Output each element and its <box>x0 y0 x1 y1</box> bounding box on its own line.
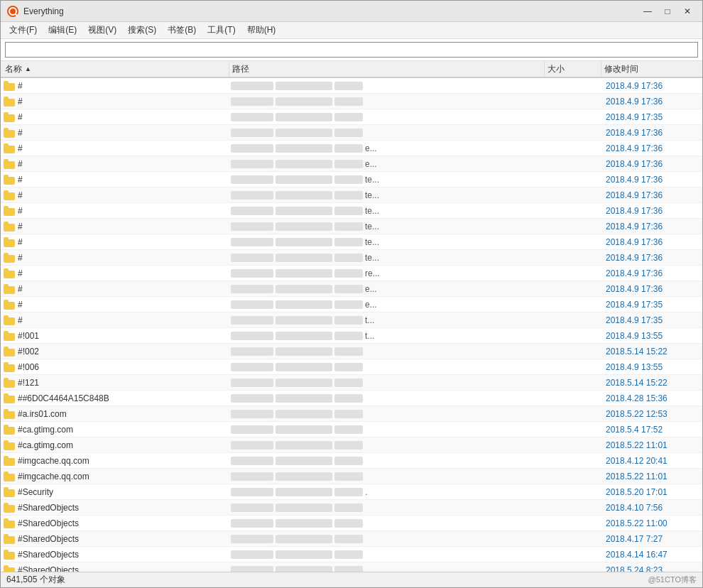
cell-name: #!002 <box>1 344 228 359</box>
file-name: # <box>18 300 23 310</box>
cell-date: 2018.4.9 17:36 <box>603 172 702 187</box>
cell-path <box>228 453 546 468</box>
search-input[interactable] <box>5 42 698 58</box>
table-row[interactable]: #e...2018.4.9 17:36 <box>1 141 702 156</box>
cell-date: 2018.4.9 17:36 <box>603 250 702 265</box>
cell-path <box>228 500 546 515</box>
table-row[interactable]: #e...2018.4.9 17:36 <box>1 281 702 297</box>
svg-line-2 <box>16 14 18 17</box>
table-row[interactable]: #te...2018.4.9 17:36 <box>1 234 702 250</box>
header-path[interactable]: 路径 <box>229 61 545 77</box>
table-row[interactable]: #SharedObjects2018.4.14 16:47 <box>1 547 702 562</box>
minimize-button[interactable]: — <box>638 4 657 18</box>
table-row[interactable]: #re...2018.4.9 17:36 <box>1 266 702 281</box>
cell-name: #SharedObjects <box>1 516 228 530</box>
menu-item[interactable]: 搜索(S) <box>122 22 162 38</box>
header-size[interactable]: 大小 <box>545 61 601 77</box>
table-row[interactable]: #!001t...2018.4.9 13:55 <box>1 328 702 344</box>
cell-path <box>228 562 546 572</box>
table-row[interactable]: #2018.4.9 17:36 <box>1 94 702 109</box>
table-row[interactable]: #2018.4.9 17:35 <box>1 109 702 125</box>
folder-icon <box>4 268 15 278</box>
cell-date: 2018.4.9 17:35 <box>603 297 702 312</box>
menu-item[interactable]: 帮助(H) <box>241 22 282 38</box>
file-name: # <box>18 159 23 169</box>
table-row[interactable]: ##6D0C4464A15C848B2018.4.28 15:36 <box>1 391 702 406</box>
file-name: # <box>18 237 23 247</box>
table-row[interactable]: #ca.gtimg.com2018.5.4 17:52 <box>1 422 702 437</box>
cell-name: # <box>1 297 228 312</box>
cell-name: #Security <box>1 484 228 499</box>
cell-date: 2018.5.14 15:22 <box>603 344 702 359</box>
table-row[interactable]: #t...2018.4.9 17:35 <box>1 312 702 328</box>
menu-item[interactable]: 编辑(E) <box>43 22 82 38</box>
table-row[interactable]: #ca.gtimg.com2018.5.22 11:01 <box>1 437 702 453</box>
table-row[interactable]: #!0062018.4.9 13:55 <box>1 359 702 375</box>
cell-size <box>546 94 603 109</box>
folder-icon <box>4 503 15 513</box>
table-row[interactable]: #SharedObjects2018.5.24 8:23 <box>1 562 702 572</box>
cell-date: 2018.4.9 13:55 <box>603 359 702 374</box>
file-name: # <box>18 206 23 216</box>
folder-icon <box>4 425 15 435</box>
menu-item[interactable]: 工具(T) <box>202 22 241 38</box>
cell-path: . <box>228 484 546 499</box>
cell-date: 2018.5.22 11:01 <box>603 437 702 452</box>
menu-bar: 文件(F)编辑(E)视图(V)搜索(S)书签(B)工具(T)帮助(H) <box>1 22 702 39</box>
file-name: ##6D0C4464A15C848B <box>18 393 109 403</box>
cell-path: te... <box>228 219 546 234</box>
table-row[interactable]: #a.irs01.com2018.5.22 12:53 <box>1 406 702 422</box>
cell-name: # <box>1 94 228 109</box>
cell-path: te... <box>228 203 546 218</box>
folder-icon <box>4 440 15 450</box>
cell-path: e... <box>228 156 546 171</box>
table-row[interactable]: #te...2018.4.9 17:36 <box>1 250 702 266</box>
menu-item[interactable]: 文件(F) <box>4 22 43 38</box>
table-row[interactable]: #SharedObjects2018.4.17 7:27 <box>1 531 702 547</box>
header-name[interactable]: 名称 ▲ <box>2 61 229 77</box>
watermark: @51CTO博客 <box>648 575 697 585</box>
table-row[interactable]: #imgcache.qq.com2018.4.12 20:41 <box>1 453 702 469</box>
window-title: Everything <box>23 6 638 16</box>
folder-icon <box>4 518 15 528</box>
table-row[interactable]: #Security.2018.5.20 17:01 <box>1 484 702 500</box>
folder-icon <box>4 331 15 341</box>
table-row[interactable]: #!1212018.5.14 15:22 <box>1 375 702 391</box>
table-row[interactable]: #te...2018.4.9 17:36 <box>1 219 702 234</box>
cell-size <box>546 562 603 572</box>
table-row[interactable]: #imgcache.qq.com2018.5.22 11:01 <box>1 469 702 484</box>
file-name: # <box>18 143 23 153</box>
table-row[interactable]: #te...2018.4.9 17:36 <box>1 187 702 203</box>
table-row[interactable]: #!0022018.5.14 15:22 <box>1 344 702 359</box>
cell-size <box>546 406 603 421</box>
cell-path <box>228 437 546 452</box>
table-row[interactable]: #2018.4.9 17:36 <box>1 78 702 94</box>
table-row[interactable]: #SharedObjects2018.5.22 11:00 <box>1 516 702 531</box>
menu-item[interactable]: 视图(V) <box>82 22 122 38</box>
table-row[interactable]: #te...2018.4.9 17:36 <box>1 172 702 187</box>
table-row[interactable]: #2018.4.9 17:36 <box>1 125 702 141</box>
table-row[interactable]: #e...2018.4.9 17:36 <box>1 156 702 172</box>
table-row[interactable]: #SharedObjects2018.4.10 7:56 <box>1 500 702 516</box>
cell-path <box>228 406 546 421</box>
cell-name: # <box>1 187 228 202</box>
header-date[interactable]: 修改时间 <box>601 61 701 77</box>
cell-name: # <box>1 78 228 93</box>
app-icon <box>6 5 19 18</box>
maximize-button[interactable]: □ <box>658 4 677 18</box>
close-button[interactable]: ✕ <box>678 4 697 18</box>
menu-item[interactable]: 书签(B) <box>162 22 202 38</box>
cell-path <box>228 359 546 374</box>
file-list[interactable]: #2018.4.9 17:36#2018.4.9 17:36#2018.4.9 … <box>1 78 702 572</box>
folder-icon <box>4 190 15 200</box>
cell-size <box>546 375 603 390</box>
main-window: Everything — □ ✕ 文件(F)编辑(E)视图(V)搜索(S)书签(… <box>0 0 703 588</box>
cell-date: 2018.4.9 17:36 <box>603 281 702 296</box>
table-row[interactable]: #e...2018.4.9 17:35 <box>1 297 702 312</box>
cell-name: #SharedObjects <box>1 500 228 515</box>
folder-icon <box>4 175 15 185</box>
cell-path: te... <box>228 250 546 265</box>
cell-name: #imgcache.qq.com <box>1 469 228 484</box>
cell-date: 2018.4.17 7:27 <box>603 531 702 546</box>
table-row[interactable]: #te...2018.4.9 17:36 <box>1 203 702 219</box>
